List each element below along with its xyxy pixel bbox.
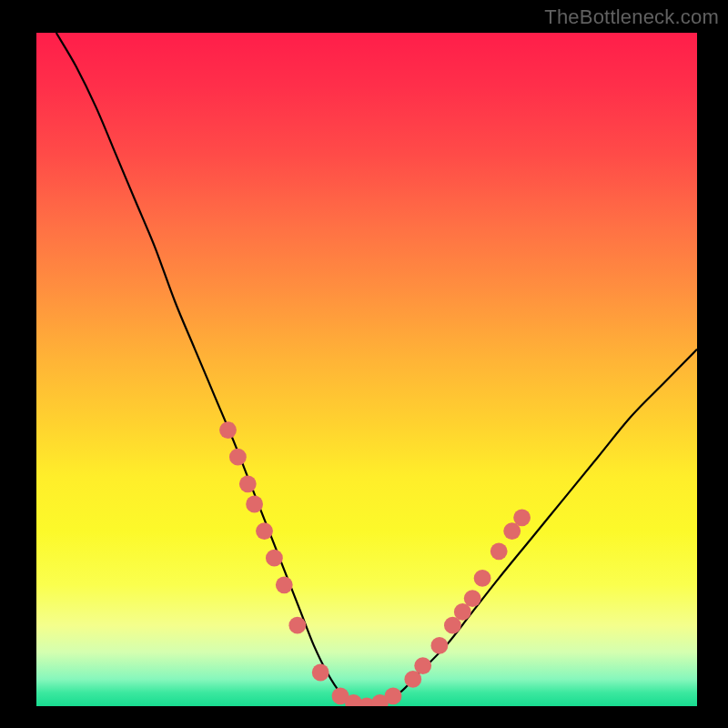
curve-marker — [288, 617, 306, 634]
watermark-text: TheBottleneck.com — [544, 5, 719, 29]
chart-frame: TheBottleneck.com — [0, 0, 728, 728]
curve-marker — [229, 449, 247, 466]
curve-marker — [414, 657, 431, 674]
curve-marker — [385, 688, 402, 705]
curve-marker — [239, 475, 257, 492]
curve-markers — [219, 421, 531, 706]
curve-marker — [474, 570, 491, 587]
plot-area — [36, 33, 697, 706]
curve-marker — [266, 550, 283, 567]
curve-marker — [513, 509, 531, 526]
curve-marker — [490, 542, 508, 560]
curve-marker — [276, 576, 293, 593]
bottleneck-curve — [56, 33, 697, 706]
curve-marker — [219, 421, 237, 439]
curve-marker — [256, 522, 273, 540]
curve-marker — [312, 664, 329, 682]
curve-marker — [246, 496, 263, 513]
chart-svg — [36, 33, 697, 706]
curve-marker — [431, 637, 449, 654]
curve-marker — [464, 590, 481, 607]
